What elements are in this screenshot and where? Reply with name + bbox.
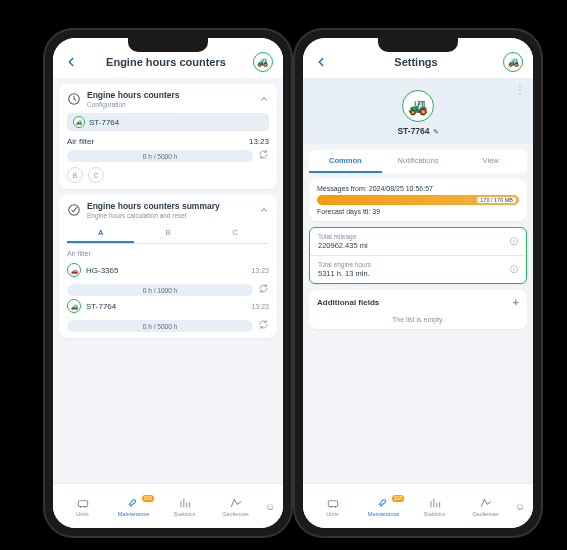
summary-icon [67, 203, 81, 217]
svg-point-6 [329, 506, 331, 508]
card-title: Engine hours counters summary [87, 201, 220, 211]
geofences-icon [229, 496, 243, 510]
settings-tabs: Common Notifications View [309, 150, 527, 173]
filter-letter-c[interactable]: C [88, 167, 104, 183]
metric-label: Total engine hours [318, 261, 518, 268]
section-label: Air filter [67, 250, 269, 257]
letter-tabs: A B C [67, 224, 269, 244]
unit-time: 13:23 [251, 267, 269, 274]
interval-name: Air filter [67, 137, 94, 146]
svg-rect-5 [328, 500, 337, 506]
nav-maintenance[interactable]: Maintenance 318 [108, 496, 159, 517]
svg-point-1 [69, 205, 80, 216]
unit-avatar[interactable]: 🚜 [503, 52, 523, 72]
chevron-up-icon [259, 94, 269, 104]
nav-geofences[interactable]: Geofences [460, 496, 511, 517]
units-icon [76, 496, 90, 510]
tab-notifications[interactable]: Notifications [382, 150, 455, 173]
messages-card: Messages from: 2024/08/25 10:56:57 170 /… [309, 179, 527, 221]
back-button[interactable] [63, 54, 79, 70]
progress-bar: 0 h / 1000 h [67, 284, 253, 296]
info-icon[interactable]: ⓘ [510, 236, 518, 247]
unit-title: ST-7764✎ [311, 126, 525, 136]
nav-badge: 318 [392, 495, 404, 502]
nav-maintenance[interactable]: Maintenance 318 [358, 496, 409, 517]
add-field-button[interactable]: + [513, 296, 519, 308]
additional-fields-card: Additional fields + The list is empty. [309, 290, 527, 329]
metric-row[interactable]: ⓘ Total engine hours 5311 h. 13 min. [310, 256, 526, 283]
nav-more[interactable]: ☺ [261, 501, 279, 512]
unit-name: ST-7764 [89, 118, 119, 127]
unit-chip[interactable]: 🚜 ST-7764 [67, 113, 269, 131]
progress-bar: 0 h / 5000 h [67, 150, 253, 162]
refresh-icon[interactable] [258, 283, 269, 294]
unit-row[interactable]: 🚗 HG-3365 13:23 [67, 260, 269, 280]
refresh-icon[interactable] [258, 319, 269, 330]
units-icon [326, 496, 340, 510]
nav-units[interactable]: Units [57, 496, 108, 517]
messages-label: Messages from: 2024/08/25 10:56:57 [317, 185, 519, 192]
counter-icon [67, 92, 81, 106]
usage-value: 170 / 170 MB [477, 197, 516, 203]
interval-time: 13:23 [249, 137, 269, 146]
collapse-button[interactable] [259, 94, 269, 104]
svg-point-7 [334, 506, 336, 508]
statistics-icon [178, 496, 192, 510]
bottom-nav: Units Maintenance 318 Statistics Geofenc… [53, 483, 283, 528]
summary-card: Engine hours counters summary Engine hou… [59, 195, 277, 338]
config-card: Engine hours counters Configuration 🚜 ST… [59, 84, 277, 189]
page-title: Settings [394, 56, 437, 68]
chevron-left-icon [64, 55, 78, 69]
chevron-up-icon [259, 205, 269, 215]
maintenance-icon [127, 496, 141, 510]
unit-avatar-large[interactable]: 🚜 [402, 90, 434, 122]
statistics-icon [428, 496, 442, 510]
forecast-label: Forecast days ttl: 39 [317, 208, 519, 215]
info-icon[interactable]: ⓘ [510, 264, 518, 275]
collapse-button[interactable] [259, 205, 269, 215]
tab-common[interactable]: Common [309, 150, 382, 173]
interval-row[interactable]: Air filter 13:23 [67, 137, 269, 146]
nav-badge: 318 [142, 495, 154, 502]
unit-time: 13:23 [251, 303, 269, 310]
maintenance-icon [377, 496, 391, 510]
tab-c[interactable]: C [202, 224, 269, 243]
additional-title: Additional fields [317, 298, 379, 307]
unit-row[interactable]: 🚜 ST-7764 13:23 [67, 296, 269, 316]
unit-name: HG-3365 [86, 266, 118, 275]
card-title: Engine hours counters [87, 90, 180, 100]
card-subtitle: Engine hours calculation and reset [87, 212, 220, 219]
nav-more[interactable]: ☺ [511, 501, 529, 512]
refresh-icon[interactable] [258, 149, 269, 160]
geofences-icon [479, 496, 493, 510]
svg-point-4 [84, 506, 86, 508]
unit-icon: 🚗 [67, 263, 81, 277]
metric-label: Total mileage [318, 233, 518, 240]
metric-value: 220962.435 mi [318, 241, 518, 250]
more-menu[interactable]: ⋮ [515, 84, 525, 95]
nav-statistics[interactable]: Statistics [409, 496, 460, 517]
svg-rect-2 [78, 500, 87, 506]
nav-statistics[interactable]: Statistics [159, 496, 210, 517]
tab-a[interactable]: A [67, 224, 134, 243]
edit-icon[interactable]: ✎ [433, 128, 439, 135]
page-title: Engine hours counters [106, 56, 226, 68]
empty-message: The list is empty. [317, 316, 519, 323]
unit-avatar[interactable]: 🚜 [253, 52, 273, 72]
svg-point-3 [79, 506, 81, 508]
filter-letter-b[interactable]: B [67, 167, 83, 183]
metric-value: 5311 h. 13 min. [318, 269, 518, 278]
back-button[interactable] [313, 54, 329, 70]
progress-bar: 0 h / 5000 h [67, 320, 253, 332]
metric-row[interactable]: ⓘ Total mileage 220962.435 mi [310, 228, 526, 256]
bottom-nav: Units Maintenance 318 Statistics Geofenc… [303, 483, 533, 528]
unit-icon: 🚜 [67, 299, 81, 313]
unit-name: ST-7764 [86, 302, 116, 311]
nav-units[interactable]: Units [307, 496, 358, 517]
chevron-left-icon [314, 55, 328, 69]
unit-icon: 🚜 [73, 116, 85, 128]
tab-view[interactable]: View [454, 150, 527, 173]
nav-geofences[interactable]: Geofences [210, 496, 261, 517]
metrics-card: ⓘ Total mileage 220962.435 mi ⓘ Total en… [309, 227, 527, 284]
tab-b[interactable]: B [134, 224, 201, 243]
